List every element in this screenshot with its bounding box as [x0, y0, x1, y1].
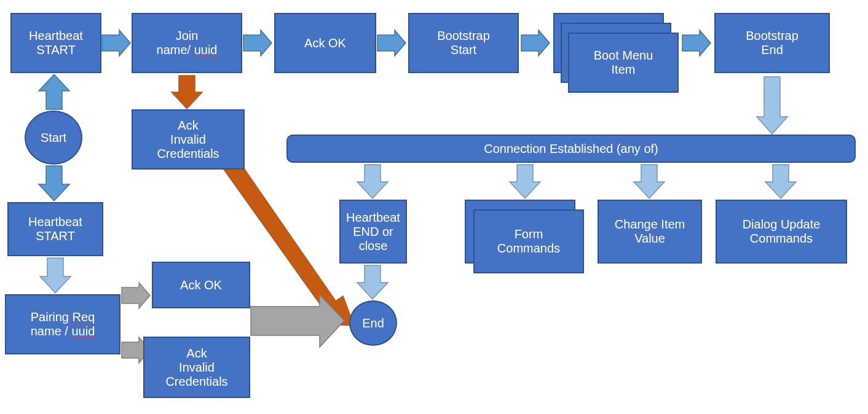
label: Ack OK	[304, 36, 346, 50]
arrow-gray-wide-to-end	[251, 295, 344, 347]
node-change-item-value: Change ItemValue	[598, 200, 702, 264]
label: BootstrapEnd	[746, 29, 799, 57]
label: BootstrapStart	[437, 29, 490, 57]
label: Boot MenuItem	[594, 49, 653, 77]
arrow-pairing-to-ackok	[122, 283, 150, 308]
label: HeartbeatSTART	[28, 215, 82, 243]
node-bootstrap-start: BootstrapStart	[408, 13, 519, 73]
label: FormCommands	[497, 227, 560, 256]
arrow-hbleft-down	[40, 258, 71, 293]
node-ack-ok-bottom: Ack OK	[152, 262, 250, 308]
arrow-start-up	[39, 74, 69, 109]
arrow-hb-to-join	[102, 30, 130, 56]
node-join: Join name/ uuid	[132, 13, 242, 73]
arrow-conn-to-change	[634, 165, 665, 198]
arrow-hbend-to-end	[357, 265, 388, 299]
node-bootstrap-end: BootstrapEnd	[714, 13, 830, 73]
label: Heartbeat END or close	[346, 211, 400, 253]
label: Dialog UpdateCommands	[743, 217, 821, 246]
node-start: Start	[25, 111, 82, 165]
label: Ack Invalid Credentials	[165, 346, 227, 389]
label: Start	[41, 131, 66, 145]
node-connection-established: Connection Established (any of)	[286, 135, 856, 163]
node-ack-ok-top: Ack OK	[274, 13, 376, 73]
arrow-ackok-to-bootstart	[377, 30, 406, 56]
node-heartbeat-start-top: HeartbeatSTART	[10, 13, 101, 73]
node-ack-invalid-bottom: Ack Invalid Credentials	[143, 337, 250, 398]
arrow-join-to-ackinvalid	[172, 76, 202, 109]
label: HeartbeatSTART	[29, 29, 83, 57]
node-heartbeat-start-left: HeartbeatSTART	[7, 202, 103, 256]
diagram-stage: HeartbeatSTART Join name/ uuid Ack OK Bo…	[0, 0, 868, 414]
label: Pairing Req name / uuid	[31, 310, 95, 338]
arrow-conn-to-form	[510, 165, 540, 198]
node-ack-invalid-top: Ack Invalid Credentials	[132, 109, 245, 170]
arrow-join-to-ackok	[243, 30, 272, 56]
arrow-conn-to-hbend	[357, 165, 388, 198]
node-pairing-req: Pairing Req name / uuid	[5, 294, 120, 354]
label: Change ItemValue	[615, 217, 685, 246]
arrow-bootend-down	[757, 77, 787, 134]
label: Connection Established (any of)	[484, 142, 658, 156]
label: Join name/ uuid	[157, 29, 218, 57]
label: End	[362, 316, 384, 330]
node-boot-menu-item: Boot MenuItem	[568, 33, 679, 93]
label: Ack Invalid Credentials	[157, 119, 219, 161]
label: Ack OK	[180, 278, 222, 292]
arrow-bootmenu-to-bootend	[682, 30, 711, 56]
arrow-start-down	[39, 166, 69, 201]
node-heartbeat-end: Heartbeat END or close	[339, 200, 407, 264]
arrow-bootstart-to-bootmenu	[521, 30, 550, 56]
arrow-conn-to-dialog	[765, 165, 796, 198]
node-end: End	[349, 300, 397, 346]
node-dialog-update-commands: Dialog UpdateCommands	[716, 200, 847, 264]
node-form-commands: FormCommands	[473, 209, 584, 273]
